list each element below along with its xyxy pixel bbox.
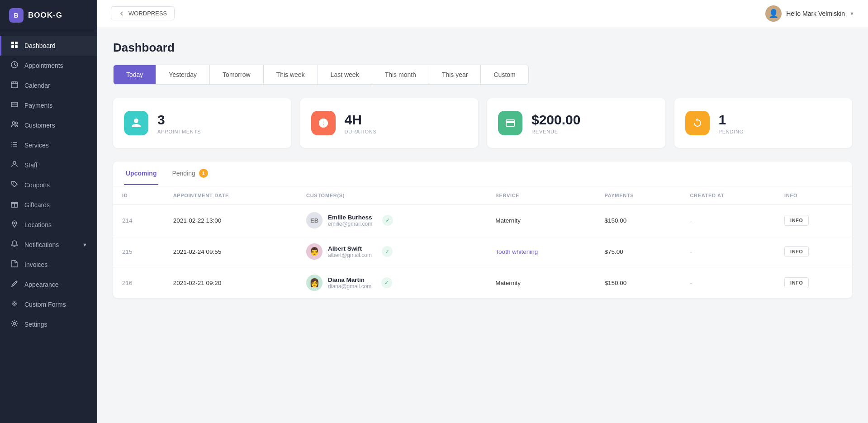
table-row: 215 2021-02-24 09:55 👨 Albert Swift albe…	[113, 236, 852, 267]
appointments-icon	[124, 111, 148, 135]
sidebar-label: Giftcards	[24, 201, 50, 209]
date-tabs: Today Yesterday Tomorrow This week Last …	[113, 65, 529, 85]
tab-custom[interactable]: Custom	[481, 65, 528, 84]
tab-today[interactable]: Today	[114, 65, 156, 84]
sidebar-item-customers[interactable]: Customers	[0, 115, 97, 135]
sidebar-item-appointments[interactable]: Appointments	[0, 56, 97, 76]
tab-upcoming[interactable]: Upcoming	[124, 162, 158, 185]
cell-created: -	[681, 205, 775, 236]
svg-rect-11	[11, 102, 18, 107]
appointments-table: ID APPOINTMENT DATE CUSTOMER(S) SERVICE …	[113, 186, 852, 298]
stat-durations: 4H DURATIONS	[300, 98, 479, 148]
customer-email: emilie@gmail.com	[328, 221, 372, 227]
sidebar-label: Calendar	[24, 82, 50, 89]
info-button[interactable]: INFO	[784, 277, 809, 288]
tab-this-week[interactable]: This week	[264, 65, 318, 84]
svg-rect-7	[11, 82, 18, 88]
clock-icon	[10, 61, 19, 70]
stat-revenue: $200.00 REVENUE	[487, 98, 665, 148]
location-icon	[10, 220, 19, 229]
customer-avatar: 👩	[306, 275, 323, 291]
cell-id: 215	[113, 236, 164, 267]
list-icon	[10, 141, 19, 150]
svg-point-28	[14, 301, 15, 303]
page-title: Dashboard	[113, 41, 852, 55]
check-badge: ✓	[382, 246, 393, 257]
cell-created: -	[681, 267, 775, 299]
svg-point-31	[14, 323, 16, 325]
customer-avatar: 👨	[306, 243, 323, 260]
customer-name: Emilie Burhess	[328, 214, 372, 221]
cell-customer: 👩 Diana Martin diana@gmail.com ✓	[297, 267, 486, 299]
durations-icon	[311, 111, 336, 135]
svg-rect-0	[11, 42, 14, 44]
credit-card-icon	[10, 101, 19, 110]
cell-id: 216	[113, 267, 164, 299]
wordpress-button[interactable]: WORDPRESS	[111, 6, 175, 20]
svg-point-14	[15, 122, 18, 124]
appointments-section: Upcoming Pending 1 ID APPOINTMENT DATE C…	[113, 162, 852, 298]
col-date: APPOINTMENT DATE	[164, 186, 297, 205]
sidebar-label: Locations	[24, 221, 52, 228]
cell-date: 2021-02-24 09:55	[164, 236, 297, 267]
users-icon	[10, 121, 19, 130]
tab-pending[interactable]: Pending 1	[170, 162, 209, 186]
svg-rect-3	[15, 45, 18, 48]
chevron-down-icon: ▼	[82, 242, 87, 247]
sidebar-item-settings[interactable]: Settings	[0, 314, 97, 334]
info-button[interactable]: INFO	[784, 246, 809, 257]
svg-point-27	[12, 303, 14, 304]
sidebar-item-coupons[interactable]: Coupons	[0, 175, 97, 195]
sidebar-item-calendar[interactable]: Calendar	[0, 76, 97, 95]
sidebar-item-appearance[interactable]: Appearance	[0, 275, 97, 295]
sidebar-item-dashboard[interactable]: Dashboard	[0, 36, 97, 56]
sidebar-item-giftcards[interactable]: Giftcards	[0, 195, 97, 215]
file-icon	[10, 260, 19, 269]
sidebar-item-locations[interactable]: Locations	[0, 215, 97, 235]
pending-label: PENDING	[719, 129, 744, 134]
revenue-value: $200.00	[531, 112, 580, 127]
appointments-label: APPOINTMENTS	[157, 129, 201, 134]
tab-tomorrow[interactable]: Tomorrow	[210, 65, 263, 84]
page-content: Dashboard Today Yesterday Tomorrow This …	[97, 27, 868, 423]
cell-service: Maternity	[486, 267, 595, 299]
pending-value: 1	[719, 112, 744, 127]
customer-name: Albert Swift	[328, 245, 372, 252]
sidebar: B BOOK-G Dashboard Appointments Calendar	[0, 0, 97, 423]
svg-line-6	[14, 65, 16, 66]
avatar: 👤	[765, 5, 782, 22]
sidebar-item-invoices[interactable]: Invoices	[0, 255, 97, 275]
check-badge: ✓	[381, 277, 392, 288]
table-row: 216 2021-02-21 09:20 👩 Diana Martin dian…	[113, 267, 852, 299]
sidebar-label: Invoices	[24, 261, 47, 268]
cell-service[interactable]: Tooth whitening	[486, 236, 595, 267]
sidebar-item-notifications[interactable]: Notifications ▼	[0, 235, 97, 255]
sidebar-item-staff[interactable]: Staff	[0, 155, 97, 175]
user-chevron-icon: ▼	[849, 11, 854, 16]
tab-yesterday[interactable]: Yesterday	[156, 65, 210, 84]
info-button[interactable]: INFO	[784, 215, 809, 226]
col-created: CREATED AT	[681, 186, 775, 205]
sidebar-item-payments[interactable]: Payments	[0, 95, 97, 115]
sidebar-item-services[interactable]: Services	[0, 135, 97, 155]
user-menu[interactable]: 👤 Hello Mark Velmiskin ▼	[765, 5, 854, 22]
sidebar-label: Appearance	[24, 281, 59, 288]
tab-last-week[interactable]: Last week	[318, 65, 372, 84]
col-id: ID	[113, 186, 164, 205]
sidebar-label: Staff	[24, 162, 38, 169]
revenue-label: REVENUE	[531, 129, 580, 134]
sidebar-label: Dashboard	[24, 42, 56, 49]
sidebar-label: Settings	[24, 321, 47, 328]
sidebar-item-custom-forms[interactable]: Custom Forms	[0, 295, 97, 314]
durations-label: DURATIONS	[345, 129, 377, 134]
sidebar-label: Notifications	[24, 241, 59, 248]
tab-this-month[interactable]: This month	[372, 65, 429, 84]
header: WORDPRESS 👤 Hello Mark Velmiskin ▼	[97, 0, 868, 27]
cell-date: 2021-02-21 09:20	[164, 267, 297, 299]
col-info: INFO	[775, 186, 852, 205]
tab-this-year[interactable]: This year	[429, 65, 481, 84]
section-tabs: Upcoming Pending 1	[113, 162, 852, 186]
cell-date: 2021-02-22 13:00	[164, 205, 297, 236]
cell-service: Maternity	[486, 205, 595, 236]
sidebar-nav: Dashboard Appointments Calendar Payments	[0, 31, 97, 423]
